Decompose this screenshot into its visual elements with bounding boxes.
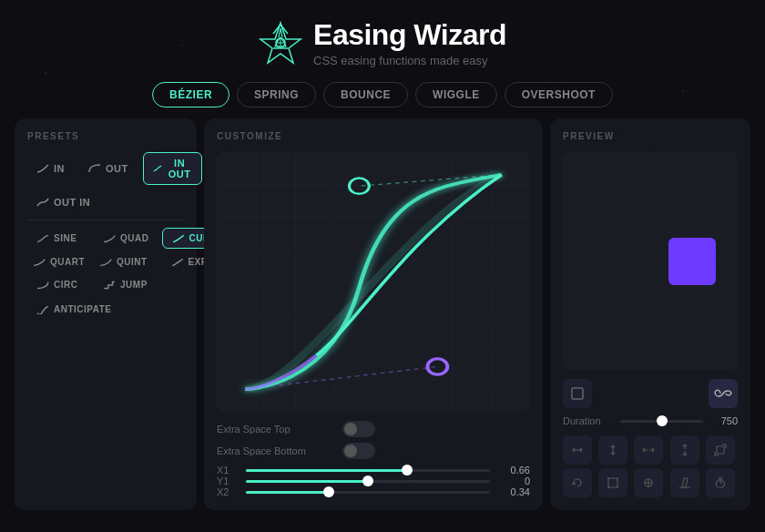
controls-area: Extra Space Top Extra Space Bottom X1 0.… xyxy=(217,421,530,497)
tab-overshoot[interactable]: OVERSHOOT xyxy=(505,82,613,107)
x1-thumb[interactable] xyxy=(402,465,413,476)
main-content: PRESETS IN OUT IN OUT OUT IN xyxy=(0,107,765,521)
rotate-btn[interactable] xyxy=(563,468,592,497)
preview-box xyxy=(668,238,716,285)
anticipate-row: ANTICIPATE xyxy=(27,300,184,319)
preset-in-btn[interactable]: IN xyxy=(27,159,74,179)
svg-point-15 xyxy=(617,486,618,488)
curve-area xyxy=(217,152,530,412)
y1-track xyxy=(246,480,368,483)
move-v-icon xyxy=(607,444,619,456)
arrows-h-btn[interactable] xyxy=(634,435,663,465)
jump-curve-icon xyxy=(103,281,116,290)
duration-row: Duration 750 xyxy=(563,415,738,426)
expand-btn[interactable] xyxy=(563,379,592,408)
origin-btn[interactable] xyxy=(634,468,663,497)
x1-slider[interactable] xyxy=(246,469,490,472)
move-vertical-btn[interactable] xyxy=(598,435,627,465)
in-out-curve-icon xyxy=(153,164,162,173)
y1-slider[interactable] xyxy=(246,480,490,483)
svg-line-22 xyxy=(720,482,722,484)
tab-bezier[interactable]: BÉZIER xyxy=(152,82,230,107)
duration-thumb[interactable] xyxy=(657,415,668,426)
x2-row: X2 0.34 xyxy=(217,486,530,497)
extra-space-bottom-toggle[interactable] xyxy=(342,443,375,459)
preset-anticipate-btn[interactable]: ANTICIPATE xyxy=(27,300,121,319)
preset-quart-btn[interactable]: QUART xyxy=(27,252,90,271)
preset-divider xyxy=(27,220,184,220)
x2-track xyxy=(246,491,329,494)
anticipate-curve-icon xyxy=(36,305,49,314)
timer-icon xyxy=(714,476,727,489)
svg-rect-10 xyxy=(717,446,724,454)
border-icon xyxy=(607,476,619,489)
x2-slider[interactable] xyxy=(246,491,490,494)
duration-slider[interactable] xyxy=(620,420,703,423)
quart-curve-icon xyxy=(33,258,46,267)
duration-value: 750 xyxy=(710,415,738,426)
out-in-row: OUT IN xyxy=(27,192,184,212)
x1-track xyxy=(246,469,407,472)
tab-bounce[interactable]: BOUNCE xyxy=(323,82,408,107)
x1-row: X1 0.66 xyxy=(217,465,530,476)
wizard-icon xyxy=(259,21,302,65)
expo-curve-icon xyxy=(171,258,184,267)
extra-space-top-label: Extra Space Top xyxy=(217,424,335,435)
header: Easing Wizard CSS easing functions made … xyxy=(0,0,765,67)
x1-value: 0.66 xyxy=(497,465,530,476)
extra-space-top-toggle[interactable] xyxy=(342,421,375,437)
quint-curve-icon xyxy=(99,258,112,267)
arrows-v-btn[interactable] xyxy=(670,435,699,465)
scale-btn[interactable] xyxy=(706,435,735,465)
easing-grid: SINE QUAD CUBIC QUART QUINT EXPO xyxy=(27,228,184,294)
out-curve-icon xyxy=(88,164,101,173)
arrows-v-icon xyxy=(678,444,691,456)
y1-value: 0 xyxy=(497,476,530,486)
extra-space-bottom-label: Extra Space Bottom xyxy=(217,445,335,456)
extra-space-top-row: Extra Space Top xyxy=(217,421,530,437)
circ-curve-icon xyxy=(36,281,49,290)
rotate-icon xyxy=(571,476,584,489)
y1-label: Y1 xyxy=(217,476,239,486)
preset-sine-btn[interactable]: SINE xyxy=(27,228,90,249)
preset-out-btn[interactable]: OUT xyxy=(79,159,138,179)
skew-btn[interactable] xyxy=(670,468,699,497)
svg-point-12 xyxy=(607,477,609,479)
skew-icon xyxy=(678,476,691,489)
x1-label: X1 xyxy=(217,465,239,476)
infinity-btn[interactable] xyxy=(709,379,738,408)
app-subtitle: CSS easing functions made easy xyxy=(313,54,506,67)
preset-quad-btn[interactable]: QUAD xyxy=(94,228,158,249)
duration-label: Duration xyxy=(563,415,613,426)
svg-rect-11 xyxy=(608,478,617,487)
x2-label: X2 xyxy=(217,486,239,497)
preset-out-in-btn[interactable]: OUT IN xyxy=(27,192,99,212)
preset-circ-btn[interactable]: CIRC xyxy=(27,275,90,294)
preset-jump-btn[interactable]: JUMP xyxy=(94,275,158,294)
x2-thumb[interactable] xyxy=(323,486,334,497)
tab-spring[interactable]: SPRING xyxy=(237,82,316,107)
presets-label: PRESETS xyxy=(27,131,184,141)
preset-in-out-btn[interactable]: IN OUT xyxy=(143,152,203,185)
presets-panel: PRESETS IN OUT IN OUT OUT IN xyxy=(15,118,197,510)
arrows-h-icon xyxy=(642,444,655,456)
border-btn[interactable] xyxy=(598,468,627,497)
tab-wiggle[interactable]: WIGGLE xyxy=(415,82,497,107)
sine-curve-icon xyxy=(36,234,49,243)
timer-btn[interactable] xyxy=(706,468,735,497)
y1-thumb[interactable] xyxy=(362,476,373,486)
move-horizontal-btn[interactable] xyxy=(563,435,592,465)
svg-point-13 xyxy=(617,477,618,479)
preset-quint-btn[interactable]: QUINT xyxy=(94,252,158,271)
quad-curve-icon xyxy=(103,234,116,243)
direction-row: IN OUT IN OUT xyxy=(27,152,184,185)
out-in-curve-icon xyxy=(36,198,49,207)
curve-svg xyxy=(217,152,530,412)
customize-label: CUSTOMIZE xyxy=(217,131,530,141)
tab-bar: BÉZIER SPRING BOUNCE WIGGLE OVERSHOOT xyxy=(0,82,765,107)
expand-icon xyxy=(570,386,585,401)
scale-icon xyxy=(714,444,727,456)
x2-value: 0.34 xyxy=(497,486,530,497)
move-h-icon xyxy=(571,444,584,456)
extra-space-bottom-row: Extra Space Bottom xyxy=(217,443,530,459)
